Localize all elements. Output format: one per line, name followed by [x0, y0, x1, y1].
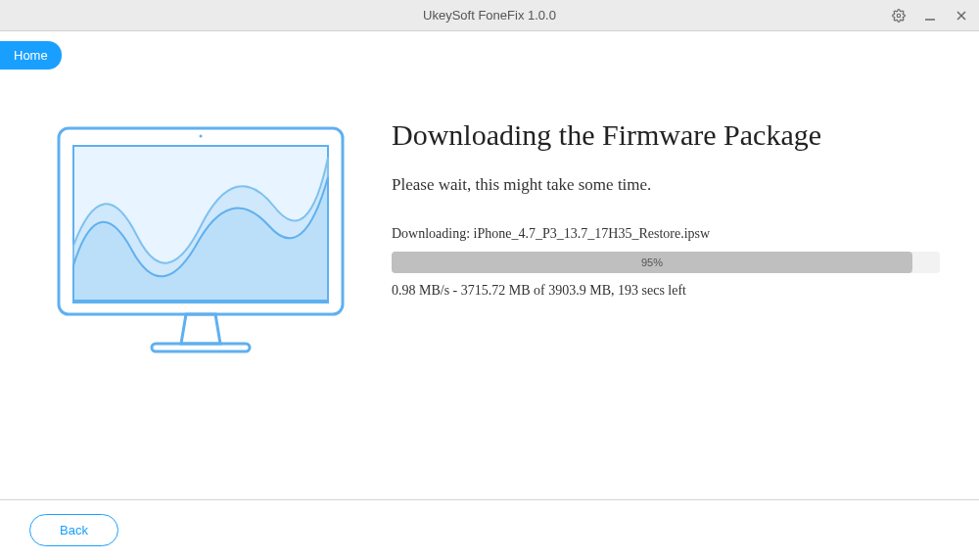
- titlebar: UkeySoft FoneFix 1.0.0: [0, 0, 979, 31]
- svg-point-0: [897, 14, 901, 18]
- home-tab[interactable]: Home: [0, 41, 62, 70]
- back-button[interactable]: Back: [29, 514, 118, 546]
- monitor-illustration: [39, 109, 362, 480]
- main-area: Downloading the Firmware Package Please …: [0, 70, 979, 499]
- svg-point-5: [200, 135, 203, 138]
- progress-bar: 95%: [392, 252, 940, 273]
- window-controls: [889, 6, 971, 25]
- svg-rect-7: [152, 344, 250, 351]
- footer: Back: [0, 499, 979, 560]
- content: Home Downloading the Firmware Package: [0, 31, 979, 560]
- download-info: Downloading the Firmware Package Please …: [362, 109, 940, 480]
- close-icon[interactable]: [952, 6, 971, 25]
- minimize-icon[interactable]: [920, 6, 940, 25]
- download-filename: Downloading: iPhone_4.7_P3_13.7_17H35_Re…: [392, 226, 940, 242]
- settings-icon[interactable]: [889, 6, 909, 25]
- download-stats: 0.98 MB/s - 3715.72 MB of 3903.9 MB, 193…: [392, 283, 940, 299]
- page-heading: Downloading the Firmware Package: [392, 118, 940, 152]
- page-subheading: Please wait, this might take some time.: [392, 175, 940, 195]
- progress-fill: 95%: [392, 252, 912, 273]
- progress-percent: 95%: [641, 257, 663, 268]
- app-title: UkeySoft FoneFix 1.0.0: [423, 8, 556, 23]
